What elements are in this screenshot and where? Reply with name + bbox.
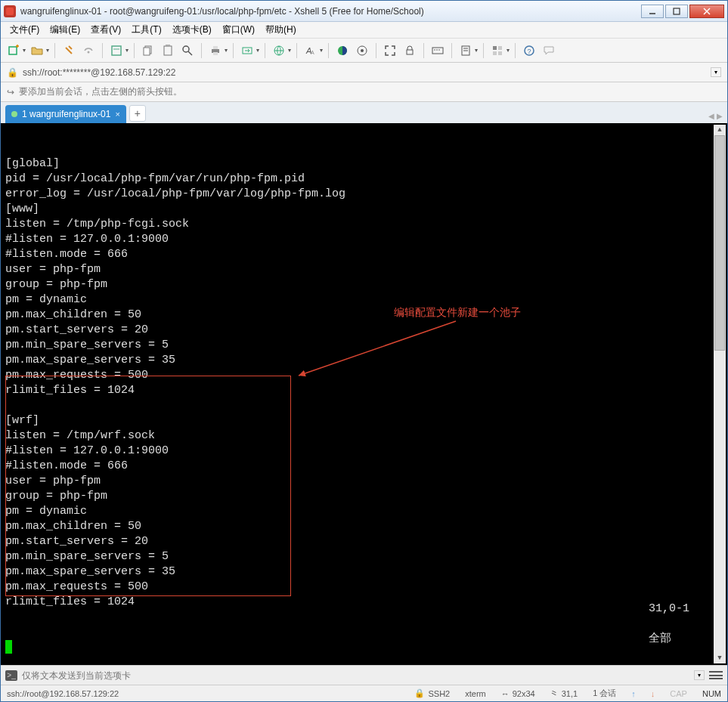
- menu-help[interactable]: 帮助(H): [261, 22, 301, 38]
- tab-label: 1 wangruifenglinux-01: [22, 109, 110, 119]
- scroll-thumb[interactable]: [714, 135, 725, 351]
- cursor-pos-icon: ⺀: [550, 688, 559, 699]
- tab-close-icon[interactable]: ×: [115, 110, 119, 119]
- vim-cursor-pos: 31,0-1: [649, 602, 689, 615]
- svg-rect-13: [166, 45, 170, 47]
- menu-window[interactable]: 窗口(W): [218, 22, 259, 38]
- terminal-line: #listen.mode = 666: [5, 247, 723, 262]
- print-icon[interactable]: [207, 42, 224, 59]
- paste-icon[interactable]: [160, 42, 176, 59]
- chat-icon[interactable]: [541, 42, 557, 59]
- address-dropdown[interactable]: ▾: [711, 67, 721, 77]
- shield-icon: 🔒: [414, 688, 425, 698]
- properties-dropdown[interactable]: ▾: [125, 47, 129, 54]
- menu-file[interactable]: 文件(F): [5, 22, 44, 38]
- script-dropdown[interactable]: ▾: [475, 47, 478, 54]
- address-bar: 🔒 ssh://root:********@192.168.57.129:22 …: [1, 63, 727, 82]
- svg-rect-1: [674, 8, 680, 14]
- find-icon[interactable]: [179, 42, 196, 59]
- close-button[interactable]: [689, 5, 724, 18]
- terminal-line: [5, 398, 723, 413]
- font-icon[interactable]: AA: [302, 42, 319, 59]
- status-cursor: ⺀31,1: [550, 688, 578, 699]
- menu-tools[interactable]: 工具(T): [127, 22, 166, 38]
- copy-icon[interactable]: [140, 42, 156, 59]
- status-dot-icon: [11, 111, 17, 117]
- terminal-line: pm.min_spare_servers = 5: [5, 338, 723, 353]
- terminal-line: error_log = /usr/local/php-fpm/var/log/p…: [5, 187, 723, 202]
- tab-nav-arrows[interactable]: ◀ ▶: [708, 112, 723, 120]
- send-menu-icon[interactable]: [709, 670, 723, 682]
- app-icon: [4, 5, 16, 17]
- titlebar: wangruifenglinux-01 - root@wangruifeng-0…: [1, 1, 727, 22]
- keyboard-icon[interactable]: [429, 42, 446, 59]
- svg-rect-17: [213, 46, 218, 49]
- svg-point-30: [438, 49, 440, 51]
- hint-arrow-icon[interactable]: ↪: [7, 87, 14, 97]
- reconnect-icon[interactable]: [60, 42, 77, 59]
- hint-text: 要添加当前会话，点击左侧的箭头按钮。: [19, 85, 182, 98]
- menu-tab[interactable]: 选项卡(B): [168, 22, 216, 38]
- menu-view[interactable]: 查看(V): [86, 22, 125, 38]
- lock-small-icon: 🔒: [7, 67, 18, 78]
- open-dropdown[interactable]: ▾: [46, 47, 49, 54]
- fullscreen-icon[interactable]: [382, 42, 398, 59]
- new-session-dropdown[interactable]: ▾: [23, 47, 26, 54]
- upload-indicator-icon: ↑: [631, 689, 636, 698]
- minimize-button[interactable]: [641, 5, 664, 18]
- terminal-line: pm.max_spare_servers = 35: [5, 353, 723, 368]
- send-bar: >_ ▾: [1, 665, 727, 685]
- address-text[interactable]: ssh://root:********@192.168.57.129:22: [23, 67, 706, 78]
- tile-dropdown[interactable]: ▾: [507, 47, 510, 54]
- status-sessions: 1 会话: [593, 688, 616, 699]
- window-title: wangruifenglinux-01 - root@wangruifeng-0…: [20, 6, 641, 17]
- menu-edit[interactable]: 编辑(E): [45, 22, 85, 38]
- scroll-down-icon[interactable]: ▼: [714, 653, 726, 663]
- scroll-up-icon[interactable]: ▲: [714, 125, 726, 135]
- globe-icon[interactable]: [271, 42, 287, 59]
- properties-icon[interactable]: [108, 42, 125, 59]
- language-dropdown[interactable]: ▾: [288, 47, 291, 54]
- svg-rect-4: [9, 47, 17, 54]
- annotation-text: 编辑配置文件新建一个池子: [394, 305, 521, 320]
- lock-icon[interactable]: [401, 42, 418, 59]
- svg-rect-35: [498, 46, 502, 50]
- terminal-line: pm.max_spare_servers = 35: [5, 564, 723, 580]
- svg-rect-34: [493, 46, 497, 50]
- print-dropdown[interactable]: ▾: [225, 47, 228, 54]
- help-icon[interactable]: ?: [521, 42, 537, 59]
- status-connection: ssh://root@192.168.57.129:22: [7, 689, 119, 698]
- maximize-button[interactable]: [665, 5, 688, 18]
- svg-rect-26: [407, 50, 413, 54]
- session-tab[interactable]: 1 wangruifenglinux-01 ×: [5, 105, 126, 123]
- status-capslock: CAP: [670, 689, 687, 698]
- send-mode-dropdown[interactable]: ▾: [694, 670, 705, 680]
- terminal-line: listen = /tmp/php-fcgi.sock: [5, 217, 723, 232]
- new-session-icon[interactable]: [5, 42, 22, 59]
- svg-rect-37: [498, 51, 502, 55]
- hint-bar: ↪ 要添加当前会话，点击左侧的箭头按钮。: [1, 82, 727, 102]
- xftp-dropdown[interactable]: ▾: [256, 47, 259, 54]
- tile-icon[interactable]: [489, 42, 506, 59]
- terminal[interactable]: [global]pid = /usr/local/php-fpm/var/run…: [1, 123, 727, 665]
- menubar: 文件(F) 编辑(E) 查看(V) 工具(T) 选项卡(B) 窗口(W) 帮助(…: [1, 22, 727, 39]
- font-dropdown[interactable]: ▾: [320, 47, 323, 54]
- terminal-scrollbar[interactable]: ▲ ▼: [714, 125, 726, 663]
- terminal-line: pm.start_servers = 20: [5, 534, 723, 549]
- svg-rect-12: [164, 46, 172, 55]
- color-scheme-icon[interactable]: [334, 42, 351, 59]
- script-icon[interactable]: [457, 42, 474, 59]
- svg-rect-8: [112, 46, 121, 55]
- send-input[interactable]: [22, 669, 689, 682]
- new-tab-button[interactable]: +: [129, 105, 146, 122]
- status-size: ↔92x34: [501, 689, 535, 698]
- xftp-icon[interactable]: [239, 42, 256, 59]
- status-term-type: xterm: [465, 689, 486, 698]
- open-icon[interactable]: [29, 42, 45, 59]
- highlight-icon[interactable]: [354, 42, 370, 59]
- terminal-line: pm.max_requests = 500: [5, 368, 723, 383]
- status-numlock: NUM: [702, 689, 721, 698]
- svg-rect-36: [493, 51, 497, 55]
- tab-bar: 1 wangruifenglinux-01 × + ◀ ▶: [1, 102, 727, 123]
- disconnect-icon[interactable]: [80, 42, 97, 59]
